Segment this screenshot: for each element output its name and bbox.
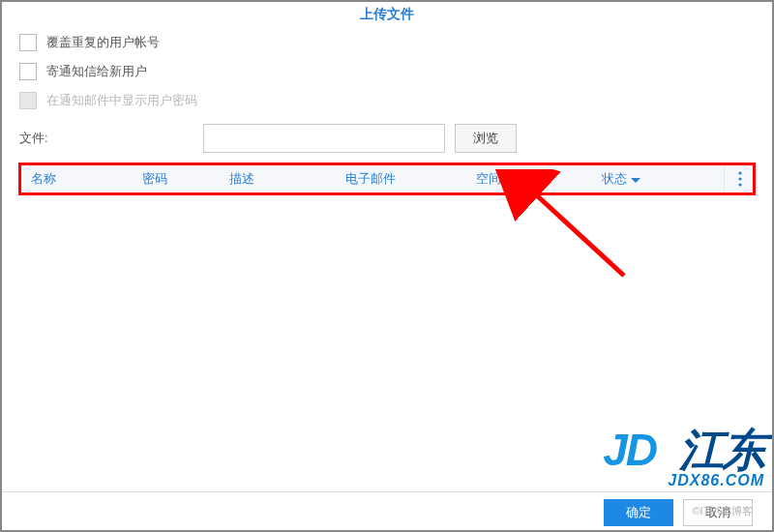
file-label: 文件: (19, 130, 203, 147)
showpwd-row: 在通知邮件中显示用户密码 (19, 91, 755, 110)
notify-label: 寄通知信给新用户 (46, 63, 147, 80)
dropdown-icon (631, 172, 640, 187)
col-quota[interactable]: 空间配额 (464, 170, 590, 188)
col-more[interactable] (724, 165, 755, 192)
browse-button[interactable]: 浏览 (455, 124, 517, 153)
file-input[interactable] (203, 124, 445, 153)
col-desc[interactable]: 描述 (218, 170, 334, 188)
dialog-title: 上传文件 (0, 0, 774, 29)
svg-point-0 (738, 171, 741, 174)
col-name[interactable]: 名称 (19, 170, 131, 188)
svg-point-5 (666, 440, 670, 445)
col-password[interactable]: 密码 (131, 170, 218, 188)
showpwd-label: 在通知邮件中显示用户密码 (46, 92, 197, 109)
svg-point-1 (738, 177, 741, 180)
showpwd-checkbox (19, 92, 37, 109)
more-vertical-icon (738, 171, 742, 187)
notify-checkbox[interactable] (19, 63, 37, 80)
svg-point-2 (738, 183, 741, 186)
logo-text-1: JD (603, 428, 656, 472)
dialog-footer: 确定 取消 (0, 491, 774, 532)
overwrite-label: 覆盖重复的用户帐号 (46, 34, 160, 51)
col-status[interactable]: 状态 (590, 170, 724, 188)
table-header: 名称 密码 描述 电子邮件 空间配额 状态 (19, 164, 755, 193)
col-email[interactable]: 电子邮件 (334, 170, 464, 188)
notify-row: 寄通知信给新用户 (19, 62, 755, 81)
file-row: 文件: 浏览 (19, 124, 755, 153)
watermark-text: ©ITPUB博客 (693, 504, 754, 518)
logo-text-2: 江东 (679, 428, 764, 472)
svg-line-3 (527, 187, 624, 276)
overwrite-checkbox[interactable] (19, 34, 37, 51)
branding-logo: JD 江东 JDX86.COM (603, 428, 764, 489)
overwrite-row: 覆盖重复的用户帐号 (19, 33, 755, 52)
svg-point-6 (666, 454, 670, 458)
table: 名称 密码 描述 电子邮件 空间配额 状态 (19, 164, 755, 193)
ok-button[interactable]: 确定 (604, 499, 673, 526)
dialog-content: 覆盖重复的用户帐号 寄通知信给新用户 在通知邮件中显示用户密码 文件: 浏览 名… (0, 29, 774, 193)
logo-divider-icon (658, 430, 677, 469)
col-status-label: 状态 (602, 170, 627, 188)
